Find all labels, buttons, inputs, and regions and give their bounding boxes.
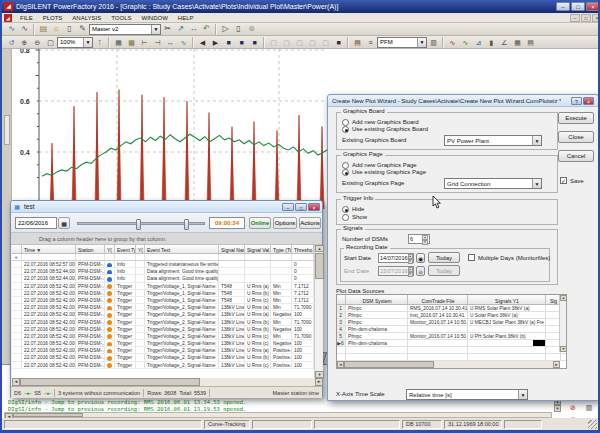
sources-cell[interactable]: Pfmpc xyxy=(346,319,408,325)
multiple-days-checkbox[interactable] xyxy=(468,254,475,261)
close-dialog-button[interactable]: Close xyxy=(558,131,594,143)
vscroll-thumb[interactable] xyxy=(315,253,324,279)
next-page-icon[interactable]: ▶ xyxy=(209,36,222,48)
active-study-case-select[interactable]: Master v2▼ xyxy=(89,24,161,35)
sources-cell[interactable]: Inst_2016.07.14 10.30.41 xyxy=(408,312,468,318)
table-row[interactable]: 22.07.2016 08:52:42.000PFM-DSM-...Trigge… xyxy=(12,340,314,347)
time-range-slider[interactable] xyxy=(77,222,205,225)
group-by-hint[interactable]: Drag a column header here to group by th… xyxy=(11,233,322,245)
table-row[interactable]: 22.07.2016 08:52:42.000PFM-DSM-...Trigge… xyxy=(12,290,314,297)
zoom-all-icon[interactable]: ▢ xyxy=(44,36,57,48)
undo-icon[interactable]: ↶ xyxy=(200,23,213,35)
event-table-header[interactable]: Time ▼StationY(Event TypeY(Event TextSig… xyxy=(12,245,314,254)
mdi-close-button[interactable]: × xyxy=(592,14,600,22)
sources-cell[interactable]: Monitor_2016.07.14 10.50.08 xyxy=(408,333,468,339)
date-input[interactable]: 22/06/2016 xyxy=(15,217,57,229)
menu-tools[interactable]: TOOLS xyxy=(106,15,136,21)
hscroll-right-icon[interactable]: ► xyxy=(315,378,323,386)
refresh-icon[interactable]: ↺ xyxy=(5,36,18,48)
gray-tool-2-icon[interactable]: ▢ xyxy=(280,36,293,48)
sources-row[interactable]: 5PfmpcMonitor_2016.07.14 10.50.08U PH So… xyxy=(337,333,566,340)
sources-vscroll[interactable]: ▲ ▼ xyxy=(559,295,566,352)
calendar-button[interactable]: ▦ xyxy=(58,217,70,229)
table-row[interactable]: 22.07.2016 08:52:42.000PFM-DSM-...Trigge… xyxy=(12,326,314,333)
table-row[interactable]: 22.07.2016 08:52:42.000PFM-DSM-...Trigge… xyxy=(12,333,314,340)
add-graphics-page-label[interactable]: Add new Graphics Page xyxy=(352,162,417,168)
table-row[interactable]: 22.07.2016 08:52:42.000PFM-DSM-...Trigge… xyxy=(12,283,314,290)
sources-cell[interactable] xyxy=(468,340,546,346)
wizard-help-button[interactable]: ? xyxy=(571,97,582,105)
sources-row[interactable]: 2PfmpcInst_2016.07.14 10.30.41U Solar Pl… xyxy=(337,312,566,319)
use-graphics-page-radio[interactable] xyxy=(342,169,349,176)
filter-cell[interactable] xyxy=(271,254,292,260)
table-row[interactable]: 22.07.2016 08:52:42.000PFM-DSM-...Trigge… xyxy=(12,297,314,304)
sources-cell[interactable]: Monitor_2016.07.14 10.50.08 xyxy=(408,319,468,325)
axis-right-icon[interactable]: ⊣ xyxy=(151,36,164,48)
dark-tool-icon[interactable]: ■ xyxy=(332,36,345,48)
sources-cell[interactable]: U PH Solar Plant 38kV (b) xyxy=(468,333,546,339)
menu-help[interactable]: HELP xyxy=(173,15,199,21)
maximize-button[interactable]: □ xyxy=(571,2,585,11)
x-axis-time-scale-select[interactable]: Relative time [s]▼ xyxy=(406,389,528,400)
test-maximize-button[interactable]: □ xyxy=(295,203,307,211)
zoom-in-icon[interactable]: ⊕ xyxy=(18,36,31,48)
sources-cell[interactable]: 1 xyxy=(337,305,346,311)
filter-cell[interactable] xyxy=(245,254,271,260)
zoom-level-select[interactable]: 100%▼ xyxy=(57,37,93,48)
column-header[interactable]: Signal Val... xyxy=(245,245,271,253)
sources-cell[interactable]: 3 xyxy=(337,319,346,325)
use-graphics-board-label[interactable]: Use existing Graphics Board xyxy=(352,126,428,132)
fft-plot-icon[interactable]: ⊿ xyxy=(472,36,485,48)
filter-funnel-icon[interactable]: ▼ xyxy=(12,254,22,260)
table-plot-icon[interactable]: ▦ xyxy=(511,36,524,48)
event-table[interactable]: Time ▼StationY(Event TypeY(Event TextSig… xyxy=(12,245,314,369)
filter-row[interactable]: ▼ xyxy=(12,254,314,261)
add-graphics-board-label[interactable]: Add new Graphics Board xyxy=(352,119,419,125)
time-display[interactable]: 09:00:34 xyxy=(209,217,245,229)
dark-page-2-icon[interactable]: ■ xyxy=(235,36,248,48)
xy-plot-icon[interactable]: ∠ xyxy=(498,36,511,48)
column-header[interactable]: Event Type xyxy=(115,245,136,253)
sources-cell[interactable]: U MECBJ Solar Plant 38kV (a) Fre xyxy=(468,319,546,325)
pan-icon[interactable]: ↔ xyxy=(187,23,200,35)
column-header[interactable]: Signal Nam... xyxy=(219,245,245,253)
column-header[interactable]: Time ▼ xyxy=(22,245,76,253)
sources-cell[interactable]: Pfm-dsm-chaloma xyxy=(346,326,408,332)
sources-cell[interactable]: U Solar Plant 38kV (a) xyxy=(468,312,546,318)
sources-column-header[interactable]: DSM System xyxy=(346,295,408,304)
multiple-days-label[interactable]: Multiple Days (Monitorfiles) xyxy=(478,255,550,261)
event-table-hscroll[interactable]: ◄ ► xyxy=(12,378,323,386)
sources-cell[interactable]: RMS_2016.07.14 10.30.41 xyxy=(408,305,468,311)
sources-cell[interactable] xyxy=(468,326,546,332)
sources-cell[interactable]: 2 xyxy=(337,312,346,318)
sources-row[interactable]: 3PfmpcMonitor_2016.07.14 10.50.08U MECBJ… xyxy=(337,319,566,326)
gray-tool-5-icon[interactable]: ▢ xyxy=(319,36,332,48)
new-graphic-icon[interactable]: ▤ xyxy=(37,23,50,35)
page-icon[interactable]: ▯ xyxy=(63,23,76,35)
minimize-button[interactable]: – xyxy=(556,2,570,11)
filter-cell[interactable] xyxy=(136,254,145,260)
sources-column-header[interactable]: Signals Y1 xyxy=(468,295,546,304)
sources-row[interactable]: 4Pfm-dsm-chaloma xyxy=(337,326,566,333)
sources-hscroll[interactable]: ◄ ► xyxy=(337,361,560,368)
sources-cell[interactable]: Pfmpc xyxy=(346,333,408,339)
wave-icon[interactable]: ∿ xyxy=(177,36,190,48)
column-header[interactable]: Thresho... xyxy=(292,245,314,253)
play-page-icon[interactable]: ▷ xyxy=(219,23,232,35)
sources-cell[interactable]: Pfmpc xyxy=(346,305,408,311)
save-checkbox[interactable]: ✓ xyxy=(560,177,567,184)
table-row[interactable]: 22.07.2016 08:52:42.000PFM-DSM-...Trigge… xyxy=(12,347,314,354)
gray-tool-4-icon[interactable]: ▢ xyxy=(306,36,319,48)
number-of-dsms-input[interactable]: 6 ▲▼ xyxy=(408,234,430,244)
existing-board-select[interactable]: PV Power Plant▼ xyxy=(444,135,542,146)
hscroll-thumb[interactable] xyxy=(20,378,200,386)
report-icon[interactable]: ▤ xyxy=(524,36,537,48)
test-minimize-button[interactable]: – xyxy=(282,203,294,211)
book-icon[interactable]: ▤ xyxy=(351,36,364,48)
table-row[interactable]: 22.07.2016 08:52:44.000PFM-DSM-...InfoDa… xyxy=(12,275,314,282)
sources-cell[interactable]: Pfmpc xyxy=(346,312,408,318)
test-window-title-bar[interactable]: ▦ test – □ × xyxy=(11,201,322,213)
start-date-browse-button[interactable]: ◉ xyxy=(416,253,425,263)
clear-output-icon[interactable]: ⊘ xyxy=(565,402,581,413)
gray-tool-3-icon[interactable]: ▢ xyxy=(293,36,306,48)
